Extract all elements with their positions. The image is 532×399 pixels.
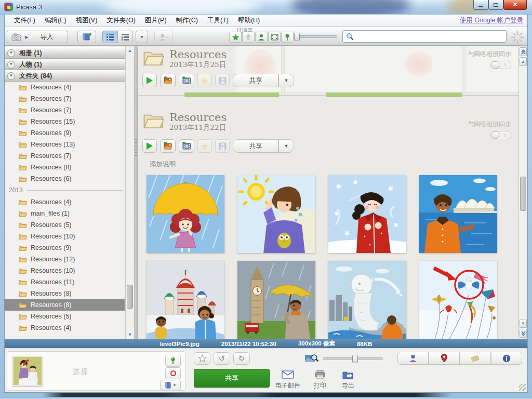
rotate-right-button[interactable]: ↻ bbox=[233, 352, 250, 365]
thumbnail-london-rain[interactable] bbox=[237, 261, 315, 339]
show-places-button[interactable] bbox=[429, 352, 460, 365]
email-button[interactable]: 电子邮件 bbox=[271, 369, 305, 390]
save-button[interactable] bbox=[215, 74, 230, 87]
minimize-button[interactable] bbox=[473, 0, 488, 10]
filter-date-slider-handle[interactable] bbox=[294, 33, 300, 41]
play-slideshow-button[interactable] bbox=[142, 74, 157, 87]
google-signin-link[interactable]: 使用 Google 帐户登录 bbox=[460, 16, 523, 25]
thumbnail-kites-annotated[interactable] bbox=[419, 261, 497, 339]
share-button[interactable]: 共享 bbox=[233, 139, 278, 153]
uploaded-filter-button[interactable] bbox=[242, 32, 255, 43]
share-big-button[interactable]: 共享 bbox=[194, 369, 270, 388]
content-scrollbar[interactable]: ▲ ▼ bbox=[518, 46, 527, 339]
starred-filter-button[interactable] bbox=[229, 32, 242, 43]
hold-pin-button[interactable] bbox=[165, 355, 181, 367]
search-input[interactable] bbox=[356, 33, 503, 40]
folder-item[interactable]: Resources (13) bbox=[5, 139, 125, 150]
thumbnail-sunny-boy[interactable] bbox=[237, 175, 315, 253]
pane-splitter[interactable] bbox=[135, 46, 138, 339]
menu-create[interactable]: 制作(C) bbox=[172, 15, 202, 26]
add-to-movie-button[interactable] bbox=[179, 139, 194, 153]
resize-grip[interactable] bbox=[519, 384, 526, 391]
folder-item[interactable]: main_files (1) bbox=[5, 208, 125, 219]
folder-item[interactable]: Resources (9) bbox=[5, 127, 125, 139]
add-to-collage-button[interactable] bbox=[160, 139, 176, 153]
collapse-icon[interactable]: ▼ bbox=[7, 49, 15, 57]
star-photo-button[interactable] bbox=[194, 352, 210, 365]
content-scrollbar-thumb[interactable] bbox=[520, 177, 526, 211]
save-button[interactable] bbox=[215, 139, 230, 153]
thumbnail-sydney-boy[interactable] bbox=[419, 175, 497, 253]
filter-date-slider[interactable] bbox=[294, 35, 337, 38]
faces-filter-button[interactable] bbox=[255, 32, 268, 43]
titlebar[interactable]: Picasa 3 ✕ bbox=[0, 0, 532, 15]
add-album-button[interactable] bbox=[77, 31, 96, 43]
menu-view[interactable]: 视图(V) bbox=[72, 15, 102, 26]
jump-previous-folder-button[interactable] bbox=[520, 47, 527, 56]
thumbnail-rain-girl-umbrella[interactable] bbox=[147, 175, 224, 253]
add-to-album-tray-button[interactable]: ▼ bbox=[160, 380, 181, 390]
movies-filter-button[interactable] bbox=[268, 32, 281, 43]
geotag-filter-button[interactable] bbox=[281, 32, 294, 43]
menu-tools[interactable]: 工具(T) bbox=[203, 15, 233, 26]
show-info-button[interactable] bbox=[491, 352, 522, 365]
sync-toggle[interactable]: ↻ bbox=[490, 61, 511, 69]
flat-view-button[interactable] bbox=[102, 31, 118, 43]
maximize-button[interactable] bbox=[488, 0, 503, 10]
folder-item[interactable]: Resources (10) bbox=[5, 231, 125, 242]
sidebar-section-people[interactable]: ▼ 人物 (1) bbox=[5, 59, 125, 70]
folder-item[interactable]: Resources (7) bbox=[5, 93, 125, 104]
sync-toggle[interactable]: ↻ bbox=[490, 131, 511, 139]
jump-next-folder-button[interactable] bbox=[520, 329, 527, 338]
folder-item[interactable]: Resources (11) bbox=[5, 276, 125, 288]
menu-help[interactable]: 帮助(H) bbox=[234, 15, 264, 26]
folder-item-selected[interactable]: Resources (8) bbox=[5, 299, 125, 311]
view-options-dropdown[interactable]: ▼ bbox=[136, 31, 148, 43]
folder-title[interactable]: Resources bbox=[169, 112, 227, 123]
scroll-down-button[interactable]: ▼ bbox=[520, 319, 527, 328]
folder-item[interactable]: Resources (4) bbox=[5, 82, 125, 93]
folder-title[interactable]: Resources bbox=[169, 49, 227, 60]
show-tags-button[interactable] bbox=[460, 352, 491, 365]
star-button[interactable] bbox=[197, 74, 212, 87]
close-button[interactable]: ✕ bbox=[503, 0, 527, 10]
menu-folder[interactable]: 文件夹(O) bbox=[102, 15, 140, 26]
collapse-icon[interactable]: ▼ bbox=[7, 61, 15, 69]
folder-item[interactable]: Resources (5) bbox=[5, 219, 125, 231]
sidebar-section-folders[interactable]: ▼ 文件夹 (84) bbox=[5, 70, 125, 82]
folder-item[interactable]: Resources (4) bbox=[5, 196, 125, 208]
folder-item[interactable]: Resources (8) bbox=[5, 162, 125, 173]
thumbnail-winter-girl[interactable] bbox=[328, 175, 406, 253]
people-view-button[interactable] bbox=[154, 31, 173, 43]
zoom-slider[interactable] bbox=[323, 357, 383, 360]
menu-edit[interactable]: 编辑(E) bbox=[41, 15, 71, 26]
share-dropdown-button[interactable]: ▼ bbox=[278, 74, 294, 87]
sidebar-scrollbar-thumb[interactable] bbox=[127, 285, 133, 309]
folder-item[interactable]: Resources (15) bbox=[5, 116, 125, 127]
add-to-collage-button[interactable] bbox=[160, 74, 176, 87]
import-button[interactable]: ▶ 导入 bbox=[7, 31, 68, 43]
sidebar-section-albums[interactable]: ▼ 相册 (1) bbox=[5, 47, 125, 59]
clear-tray-button[interactable] bbox=[165, 367, 181, 379]
share-button[interactable]: 共享 bbox=[233, 74, 278, 87]
play-slideshow-button[interactable] bbox=[142, 139, 157, 153]
folder-item[interactable]: Resources (10) bbox=[5, 265, 125, 276]
folder-item[interactable]: Resources (9) bbox=[5, 242, 125, 254]
show-people-button[interactable] bbox=[397, 352, 429, 365]
menu-file[interactable]: 文件(F) bbox=[10, 15, 39, 26]
share-dropdown-button[interactable]: ▼ bbox=[278, 139, 294, 153]
scroll-down-icon[interactable]: ▼ bbox=[126, 330, 134, 339]
folder-item[interactable]: Resources (7) bbox=[5, 104, 125, 116]
scroll-up-button[interactable]: ▲ bbox=[520, 57, 527, 66]
folder-item[interactable]: Resources (4) bbox=[5, 322, 125, 334]
zoom-slider-handle[interactable] bbox=[352, 355, 358, 363]
thumbnail-moscow-kids[interactable] bbox=[147, 261, 224, 339]
menu-picture[interactable]: 图片(P) bbox=[141, 15, 171, 26]
folder-item[interactable]: Resources (7) bbox=[5, 150, 125, 162]
rotate-left-button[interactable]: ↺ bbox=[214, 352, 230, 365]
sidebar-scrollbar[interactable]: ▲ ▼ bbox=[125, 46, 134, 339]
folder-item[interactable]: Resources (6) bbox=[5, 173, 125, 184]
export-button[interactable]: 导出 bbox=[331, 369, 365, 390]
folder-item[interactable]: Resources (5) bbox=[5, 311, 125, 322]
folder-item[interactable]: Resources (8) bbox=[5, 288, 125, 299]
